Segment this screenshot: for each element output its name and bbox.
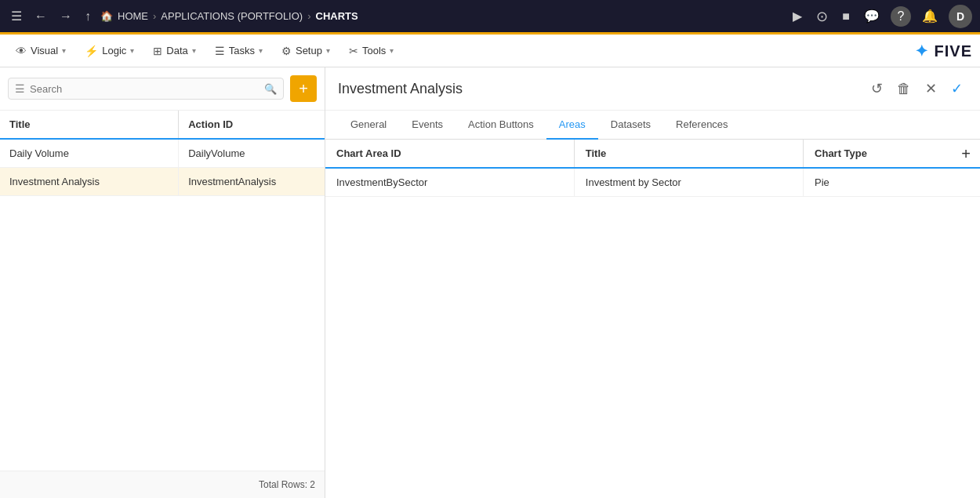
avatar[interactable]: D	[949, 5, 972, 28]
tab-action_buttons[interactable]: Action Buttons	[456, 111, 546, 140]
panel-header: Investment Analysis ↺ 🗑 ✕ ✓	[325, 67, 980, 111]
sidebar-table-row[interactable]: Daily Volume DailyVolume	[0, 139, 325, 168]
forward-icon[interactable]: →	[56, 6, 75, 27]
menu-tools[interactable]: ✂ Tools ▾	[341, 40, 401, 62]
delete-button[interactable]: 🗑	[892, 77, 916, 100]
setup-icon: ⚙	[281, 45, 292, 57]
breadcrumb: 🏠 HOME › APPLICATIONS (PORTFOLIO) › CHAR…	[100, 10, 358, 22]
setup-chevron: ▾	[326, 46, 330, 55]
search-icon: ☰	[15, 82, 25, 95]
chat-button[interactable]: 💬	[861, 5, 883, 27]
data-icon: ⊞	[153, 45, 162, 57]
sidebar-row-action-id: DailyVolume	[179, 139, 325, 168]
main-content: ☰ 🔍 + Title Action ID Daily Volume Daily…	[0, 67, 980, 498]
tabs: GeneralEventsAction ButtonsAreasDatasets…	[325, 111, 980, 140]
content-table-wrap: Chart Area ID Title Chart Type + ↗	[325, 140, 980, 498]
chart-type-label: Chart Type	[815, 147, 867, 159]
breadcrumb-home[interactable]: HOME	[118, 10, 148, 22]
menu-visual-label: Visual	[31, 45, 58, 56]
breadcrumb-sep1: ›	[153, 10, 156, 22]
menu-visual[interactable]: 👁 Visual ▾	[8, 40, 74, 62]
up-icon[interactable]: ↑	[82, 6, 94, 27]
chart-type-header: Chart Type + ↗	[804, 140, 980, 168]
breadcrumb-charts[interactable]: CHARTS	[316, 10, 358, 22]
panel-actions: ↺ 🗑 ✕ ✓	[866, 77, 967, 100]
menu-tools-label: Tools	[362, 45, 386, 56]
data-chevron: ▾	[192, 46, 196, 55]
tab-datasets[interactable]: Datasets	[598, 111, 663, 140]
five-logo-area: ✦ FIVE	[915, 42, 972, 60]
breadcrumb-sep2: ›	[307, 10, 310, 22]
menu-logic-label: Logic	[102, 45, 126, 56]
sidebar-action-id-header: Action ID	[179, 111, 325, 139]
arrow-indicator: ↗	[956, 140, 980, 145]
menu-logic[interactable]: ⚡ Logic ▾	[77, 40, 142, 62]
add-area-button[interactable]: + ↗	[958, 144, 974, 162]
add-chart-button[interactable]: +	[290, 75, 317, 102]
search-button[interactable]: ⊙	[813, 5, 831, 28]
sidebar-search-bar: ☰ 🔍 +	[0, 67, 325, 111]
right-panel: Investment Analysis ↺ 🗑 ✕ ✓ GeneralEvent…	[325, 67, 980, 498]
back-icon[interactable]: ←	[31, 6, 50, 27]
tools-chevron: ▾	[390, 46, 394, 55]
content-table-header: Chart Area ID Title Chart Type + ↗	[325, 140, 980, 168]
menu-icon[interactable]: ☰	[8, 5, 25, 27]
sidebar: ☰ 🔍 + Title Action ID Daily Volume Daily…	[0, 67, 325, 498]
menu-setup-label: Setup	[296, 45, 322, 56]
content-title-header: Title	[574, 140, 803, 168]
sidebar-row-title: Daily Volume	[0, 139, 179, 168]
logic-icon: ⚡	[85, 45, 98, 57]
tools-icon: ✂	[349, 45, 358, 57]
menu-setup[interactable]: ⚙ Setup ▾	[274, 40, 338, 62]
confirm-button[interactable]: ✓	[946, 77, 967, 100]
top-bar-left: ☰ ← → ↑ 🏠 HOME › APPLICATIONS (PORTFOLIO…	[8, 5, 785, 27]
sidebar-table-header: Title Action ID	[0, 111, 325, 139]
visual-icon: 👁	[16, 45, 27, 57]
content-chart-type: Pie	[804, 168, 980, 197]
logic-chevron: ▾	[130, 46, 134, 55]
sidebar-table-row[interactable]: Investment Analysis InvestmentAnalysis	[0, 168, 325, 196]
tab-general[interactable]: General	[338, 111, 399, 140]
visual-chevron: ▾	[62, 46, 66, 55]
content-row-title: Investment by Sector	[574, 168, 803, 197]
sidebar-row-title: Investment Analysis	[0, 168, 179, 196]
tasks-chevron: ▾	[259, 46, 263, 55]
add-area-plus: + ↗	[961, 144, 971, 162]
sidebar-footer: Total Rows: 2	[0, 471, 325, 498]
content-chart-area-id: InvestmentBySector	[325, 168, 574, 197]
stop-button[interactable]: ■	[839, 6, 853, 27]
home-icon: 🏠	[100, 10, 113, 22]
panel-title: Investment Analysis	[338, 81, 866, 97]
play-button[interactable]: ▶	[789, 5, 805, 27]
sidebar-table: Title Action ID Daily Volume DailyVolume…	[0, 111, 325, 471]
search-magnifier-icon: 🔍	[264, 83, 277, 95]
tab-references[interactable]: References	[663, 111, 740, 140]
tab-events[interactable]: Events	[399, 111, 456, 140]
menu-data[interactable]: ⊞ Data ▾	[145, 40, 203, 62]
top-bar-right: ▶ ⊙ ■ 💬 ? 🔔 D	[789, 5, 972, 28]
help-button[interactable]: ?	[891, 6, 911, 27]
close-button[interactable]: ✕	[920, 77, 942, 100]
five-logo: ✦ FIVE	[915, 42, 972, 60]
top-bar: ☰ ← → ↑ 🏠 HOME › APPLICATIONS (PORTFOLIO…	[0, 0, 980, 35]
sidebar-title-header: Title	[0, 111, 179, 139]
menu-tasks[interactable]: ☰ Tasks ▾	[207, 40, 270, 62]
refresh-button[interactable]: ↺	[866, 77, 887, 100]
tasks-icon: ☰	[215, 45, 225, 57]
chart-area-id-header: Chart Area ID	[325, 140, 574, 168]
menu-data-label: Data	[166, 45, 187, 56]
menu-tasks-label: Tasks	[229, 45, 255, 56]
bell-button[interactable]: 🔔	[919, 5, 941, 27]
menu-bar: 👁 Visual ▾ ⚡ Logic ▾ ⊞ Data ▾ ☰ Tasks ▾ …	[0, 35, 980, 67]
breadcrumb-applications[interactable]: APPLICATIONS (PORTFOLIO)	[161, 10, 303, 22]
search-bar-container: ☰ 🔍	[8, 78, 284, 100]
search-input[interactable]	[30, 83, 260, 95]
sidebar-row-action-id: InvestmentAnalysis	[179, 168, 325, 196]
tab-areas[interactable]: Areas	[546, 111, 598, 140]
content-table: Chart Area ID Title Chart Type + ↗	[325, 140, 980, 197]
content-table-row[interactable]: InvestmentBySector Investment by Sector …	[325, 168, 980, 197]
